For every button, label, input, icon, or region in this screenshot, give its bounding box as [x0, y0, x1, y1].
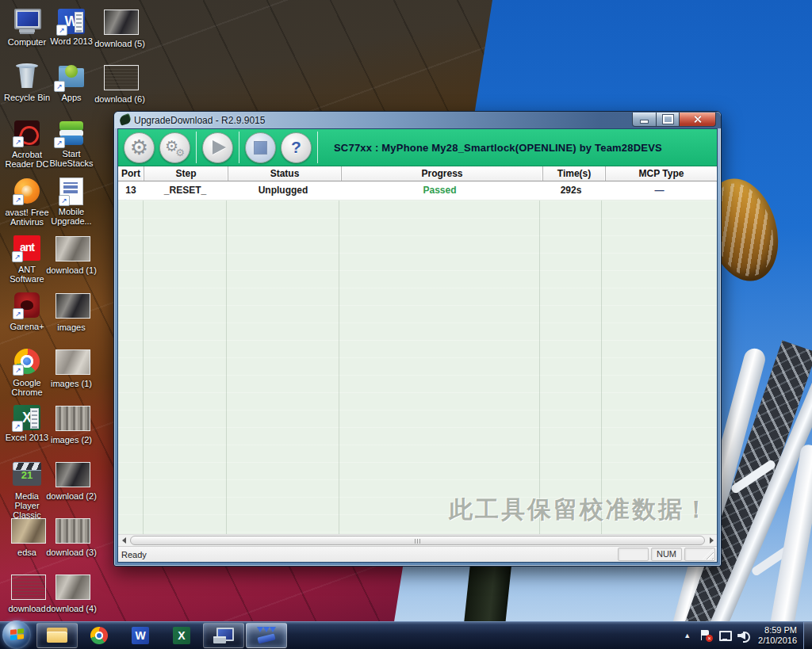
show-hidden-icons-button[interactable]: ▲ — [678, 632, 696, 639]
photo-thumbnail-icon — [56, 575, 90, 600]
photo-thumbnail-icon — [104, 10, 139, 35]
column-header-port[interactable]: Port — [118, 166, 144, 181]
explorer-folder-icon — [47, 628, 67, 643]
photo-thumbnail-icon — [56, 462, 90, 487]
taskbar-explorer-button[interactable] — [36, 623, 78, 648]
close-button[interactable] — [679, 113, 716, 127]
cell-port: 13 — [118, 181, 144, 200]
word-icon — [58, 9, 85, 34]
start-play-icon[interactable] — [202, 132, 233, 163]
table-row[interactable]: 13 _RESET_ Unplugged Passed 292s — — [118, 181, 717, 200]
photo-thumbnail-icon — [11, 575, 46, 600]
desktop-icon-download-5[interactable]: download (5) — [92, 8, 147, 48]
chrome-icon — [14, 349, 40, 374]
toolbar-separator — [239, 132, 239, 163]
start-button[interactable] — [2, 620, 31, 649]
scroll-left-arrow-icon[interactable] — [118, 535, 129, 546]
garena-icon — [14, 292, 40, 318]
column-header-progress[interactable]: Progress — [342, 166, 543, 181]
clock-time: 8:59 PM — [758, 625, 797, 636]
ant-software-icon — [13, 235, 40, 261]
help-question-icon[interactable] — [281, 132, 312, 163]
window-body: SC77xx : MyPhone My28_Smartlock(OPENLINE… — [117, 128, 718, 563]
status-panel-num: NUM — [651, 548, 682, 561]
settings-gear-icon[interactable] — [124, 132, 155, 163]
maximize-icon — [663, 115, 673, 124]
config-gears-icon[interactable] — [159, 132, 190, 163]
photo-thumbnail-icon — [56, 406, 90, 431]
clock-date: 2/10/2016 — [758, 636, 797, 646]
chrome-icon — [90, 627, 108, 644]
desktop-icon-apps[interactable]: Apps — [46, 63, 97, 102]
column-header-mcp-type[interactable]: MCP Type — [606, 166, 717, 181]
firmware-banner: SC77xx : MyPhone My28_Smartlock(OPENLINE… — [334, 142, 662, 154]
close-icon — [693, 115, 702, 124]
desktop-icon-ant-software[interactable]: ANT Software — [2, 235, 52, 284]
recycle-bin-icon — [11, 63, 43, 90]
desktop: Computer Word 2013 download (5) Recycle … — [0, 0, 812, 649]
taskbar-excel-button[interactable]: X — [162, 624, 201, 647]
speaker-icon[interactable] — [737, 629, 751, 642]
status-panel-empty — [684, 548, 715, 561]
column-header-step[interactable]: Step — [144, 166, 228, 181]
column-header-status[interactable]: Status — [228, 166, 342, 181]
desktop-icon-download-4[interactable]: download (4) — [46, 573, 97, 613]
cell-status: Unplugged — [227, 181, 339, 200]
taskbar-chrome-button[interactable] — [79, 624, 119, 647]
computer-icon — [11, 8, 43, 35]
excel-icon — [13, 405, 40, 430]
desktop-icon-avast[interactable]: avast! Free Antivirus — [2, 178, 52, 227]
taskbar-device-app-button[interactable] — [203, 623, 244, 648]
toolbar: SC77xx : MyPhone My28_Smartlock(OPENLINE… — [118, 129, 717, 166]
desktop-icon-acrobat[interactable]: Acrobat Reader DC — [2, 120, 52, 169]
table-header: Port Step Status Progress Time(s) MCP Ty… — [118, 166, 717, 181]
maximize-button[interactable] — [657, 113, 679, 127]
desktop-icon-garena[interactable]: Garena+ — [2, 292, 52, 331]
acrobat-icon — [14, 120, 40, 146]
desktop-icon-mobile-upgrade[interactable]: Mobile Upgrade... — [46, 178, 97, 226]
media-player-classic-icon — [13, 462, 41, 486]
list-area[interactable]: 此工具保留校准数据！ — [118, 200, 717, 534]
taskbar-upgrade-download-button[interactable] — [246, 623, 287, 648]
status-bar: Ready NUM — [118, 546, 717, 562]
avast-icon — [14, 178, 40, 204]
toolbar-separator — [196, 132, 197, 163]
photo-thumbnail-icon — [56, 518, 90, 544]
desktop-icon-images-2[interactable]: images (2) — [46, 404, 97, 445]
windows-flag-icon — [10, 628, 24, 641]
desktop-icon-mpc[interactable]: Media Player Classic — [2, 460, 52, 520]
desktop-icon-download-1[interactable]: download (1) — [46, 235, 97, 275]
resize-grip[interactable] — [703, 548, 714, 559]
desktop-icon-excel-2013[interactable]: Excel 2013 — [2, 404, 52, 442]
cell-time: 292s — [540, 181, 602, 200]
desktop-icon-images[interactable]: images — [46, 292, 97, 332]
scrollbar-thumb[interactable] — [130, 536, 705, 545]
stop-icon[interactable] — [245, 132, 276, 163]
horizontal-scrollbar[interactable] — [118, 534, 717, 546]
upgrade-download-window: UpgradeDownload - R2.9.9015 SC77xx : MyP… — [113, 111, 722, 567]
desktop-icon-word-2013[interactable]: Word 2013 — [46, 8, 97, 46]
desktop-icon-download-3[interactable]: download (3) — [46, 517, 97, 557]
excel-icon: X — [173, 627, 190, 644]
desktop-icon-download-6[interactable]: download (6) — [92, 63, 147, 104]
desktop-icon-computer[interactable]: Computer — [2, 8, 52, 47]
app-icon — [119, 114, 132, 125]
column-header-time[interactable]: Time(s) — [543, 166, 606, 181]
photo-thumbnail-icon — [104, 65, 139, 90]
window-titlebar[interactable]: UpgradeDownload - R2.9.9015 — [114, 112, 721, 128]
cell-mcp-type: — — [602, 181, 717, 200]
desktop-icon-chrome[interactable]: Google Chrome — [2, 348, 52, 397]
desktop-icon-recycle-bin[interactable]: Recycle Bin — [2, 63, 52, 102]
show-desktop-button[interactable] — [803, 622, 812, 649]
scroll-right-arrow-icon[interactable] — [706, 535, 717, 546]
minimize-button[interactable] — [632, 113, 657, 127]
taskbar-clock[interactable]: 8:59 PM 2/10/2016 — [758, 625, 797, 646]
desktop-icon-bluestacks[interactable]: Start BlueStacks — [46, 120, 97, 168]
desktop-icon-images-1[interactable]: images (1) — [46, 348, 97, 388]
action-center-flag-icon[interactable] — [699, 629, 713, 642]
desktop-icon-download[interactable]: download — [2, 573, 52, 613]
desktop-icon-download-2[interactable]: download (2) — [46, 460, 97, 501]
network-icon[interactable] — [718, 629, 732, 642]
desktop-icon-edsa[interactable]: edsa — [2, 517, 52, 557]
taskbar-word-button[interactable]: W — [121, 624, 160, 647]
